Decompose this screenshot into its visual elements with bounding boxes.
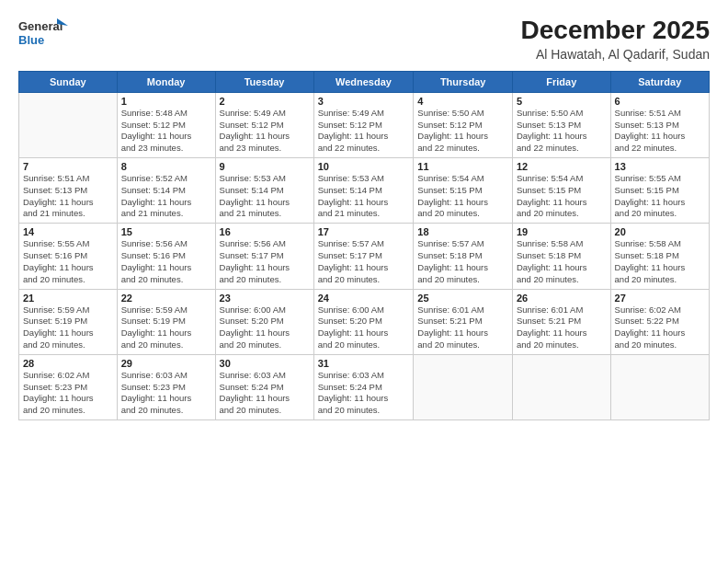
day-number: 1 xyxy=(121,96,211,107)
calendar-cell: 6Sunrise: 5:51 AM Sunset: 5:13 PM Daylig… xyxy=(610,92,709,157)
calendar-cell: 25Sunrise: 6:01 AM Sunset: 5:21 PM Dayli… xyxy=(414,289,513,354)
day-number: 24 xyxy=(318,293,410,304)
calendar-cell: 29Sunrise: 6:03 AM Sunset: 5:23 PM Dayli… xyxy=(117,354,215,419)
day-number: 28 xyxy=(23,358,113,369)
day-detail: Sunrise: 5:52 AM Sunset: 5:14 PM Dayligh… xyxy=(121,173,211,220)
calendar-week-4: 21Sunrise: 5:59 AM Sunset: 5:19 PM Dayli… xyxy=(19,289,710,354)
calendar-cell: 13Sunrise: 5:55 AM Sunset: 5:15 PM Dayli… xyxy=(610,158,709,224)
calendar-cell xyxy=(19,92,118,157)
calendar-cell: 4Sunrise: 5:50 AM Sunset: 5:12 PM Daylig… xyxy=(414,92,513,157)
day-detail: Sunrise: 5:59 AM Sunset: 5:19 PM Dayligh… xyxy=(121,304,211,351)
calendar-cell: 22Sunrise: 5:59 AM Sunset: 5:19 PM Dayli… xyxy=(117,289,215,354)
calendar-cell: 2Sunrise: 5:49 AM Sunset: 5:12 PM Daylig… xyxy=(215,92,313,157)
calendar-cell: 23Sunrise: 6:00 AM Sunset: 5:20 PM Dayli… xyxy=(215,289,313,354)
day-detail: Sunrise: 6:02 AM Sunset: 5:22 PM Dayligh… xyxy=(615,304,705,351)
calendar-cell: 21Sunrise: 5:59 AM Sunset: 5:19 PM Dayli… xyxy=(19,289,118,354)
calendar-header-row: SundayMondayTuesdayWednesdayThursdayFrid… xyxy=(19,71,710,92)
svg-text:Blue: Blue xyxy=(18,33,44,47)
calendar-cell: 24Sunrise: 6:00 AM Sunset: 5:20 PM Dayli… xyxy=(313,289,414,354)
calendar-cell: 8Sunrise: 5:52 AM Sunset: 5:14 PM Daylig… xyxy=(117,158,215,224)
day-number: 21 xyxy=(23,293,113,304)
day-number: 15 xyxy=(121,226,211,237)
calendar-cell: 27Sunrise: 6:02 AM Sunset: 5:22 PM Dayli… xyxy=(610,289,709,354)
day-number: 3 xyxy=(318,96,410,107)
calendar-cell: 19Sunrise: 5:58 AM Sunset: 5:18 PM Dayli… xyxy=(512,224,610,289)
day-detail: Sunrise: 5:54 AM Sunset: 5:15 PM Dayligh… xyxy=(417,173,508,220)
day-number: 18 xyxy=(417,226,508,237)
day-detail: Sunrise: 5:49 AM Sunset: 5:12 PM Dayligh… xyxy=(220,108,310,155)
page: GeneralBlue December 2025 Al Hawatah, Al… xyxy=(0,0,728,563)
day-number: 23 xyxy=(220,293,310,304)
day-number: 13 xyxy=(615,161,705,172)
calendar-cell xyxy=(610,354,709,419)
calendar-header-monday: Monday xyxy=(117,71,215,92)
calendar-header-friday: Friday xyxy=(512,71,610,92)
day-detail: Sunrise: 5:50 AM Sunset: 5:13 PM Dayligh… xyxy=(517,108,607,155)
calendar-cell: 9Sunrise: 5:53 AM Sunset: 5:14 PM Daylig… xyxy=(215,158,313,224)
calendar-cell: 28Sunrise: 6:02 AM Sunset: 5:23 PM Dayli… xyxy=(19,354,118,419)
day-detail: Sunrise: 5:51 AM Sunset: 5:13 PM Dayligh… xyxy=(615,108,705,155)
day-detail: Sunrise: 6:01 AM Sunset: 5:21 PM Dayligh… xyxy=(417,304,508,351)
day-detail: Sunrise: 5:51 AM Sunset: 5:13 PM Dayligh… xyxy=(23,173,113,220)
calendar-cell: 14Sunrise: 5:55 AM Sunset: 5:16 PM Dayli… xyxy=(19,224,118,289)
day-number: 31 xyxy=(318,358,410,369)
calendar-header-saturday: Saturday xyxy=(610,71,709,92)
day-detail: Sunrise: 5:57 AM Sunset: 5:17 PM Dayligh… xyxy=(318,238,410,285)
calendar-cell: 16Sunrise: 5:56 AM Sunset: 5:17 PM Dayli… xyxy=(215,224,313,289)
calendar-cell xyxy=(414,354,513,419)
day-number: 16 xyxy=(220,226,310,237)
calendar-week-2: 7Sunrise: 5:51 AM Sunset: 5:13 PM Daylig… xyxy=(19,158,710,224)
day-number: 8 xyxy=(121,161,211,172)
day-number: 2 xyxy=(220,96,310,107)
logo: GeneralBlue xyxy=(18,17,74,49)
day-detail: Sunrise: 5:57 AM Sunset: 5:18 PM Dayligh… xyxy=(417,238,508,285)
day-detail: Sunrise: 5:55 AM Sunset: 5:16 PM Dayligh… xyxy=(23,238,113,285)
day-number: 29 xyxy=(121,358,211,369)
day-detail: Sunrise: 6:01 AM Sunset: 5:21 PM Dayligh… xyxy=(517,304,607,351)
calendar-header-sunday: Sunday xyxy=(19,71,118,92)
calendar-cell: 7Sunrise: 5:51 AM Sunset: 5:13 PM Daylig… xyxy=(19,158,118,224)
calendar-cell: 20Sunrise: 5:58 AM Sunset: 5:18 PM Dayli… xyxy=(610,224,709,289)
day-detail: Sunrise: 6:02 AM Sunset: 5:23 PM Dayligh… xyxy=(23,370,113,417)
day-detail: Sunrise: 5:56 AM Sunset: 5:16 PM Dayligh… xyxy=(121,238,211,285)
day-number: 17 xyxy=(318,226,410,237)
calendar-cell: 5Sunrise: 5:50 AM Sunset: 5:13 PM Daylig… xyxy=(512,92,610,157)
calendar-cell: 12Sunrise: 5:54 AM Sunset: 5:15 PM Dayli… xyxy=(512,158,610,224)
calendar-table: SundayMondayTuesdayWednesdayThursdayFrid… xyxy=(18,71,710,420)
day-detail: Sunrise: 6:00 AM Sunset: 5:20 PM Dayligh… xyxy=(318,304,410,351)
day-number: 5 xyxy=(517,96,607,107)
calendar-cell: 17Sunrise: 5:57 AM Sunset: 5:17 PM Dayli… xyxy=(313,224,414,289)
day-number: 4 xyxy=(417,96,508,107)
svg-text:General: General xyxy=(18,19,63,33)
day-detail: Sunrise: 5:53 AM Sunset: 5:14 PM Dayligh… xyxy=(220,173,310,220)
day-number: 7 xyxy=(23,161,113,172)
day-number: 9 xyxy=(220,161,310,172)
day-number: 20 xyxy=(615,226,705,237)
day-detail: Sunrise: 6:00 AM Sunset: 5:20 PM Dayligh… xyxy=(220,304,310,351)
day-detail: Sunrise: 5:48 AM Sunset: 5:12 PM Dayligh… xyxy=(121,108,211,155)
day-detail: Sunrise: 5:54 AM Sunset: 5:15 PM Dayligh… xyxy=(517,173,607,220)
logo-svg: GeneralBlue xyxy=(18,17,74,49)
calendar-header-tuesday: Tuesday xyxy=(215,71,313,92)
title-block: December 2025 Al Hawatah, Al Qadarif, Su… xyxy=(521,17,710,62)
calendar-week-5: 28Sunrise: 6:02 AM Sunset: 5:23 PM Dayli… xyxy=(19,354,710,419)
calendar-cell: 3Sunrise: 5:49 AM Sunset: 5:12 PM Daylig… xyxy=(313,92,414,157)
calendar-cell: 18Sunrise: 5:57 AM Sunset: 5:18 PM Dayli… xyxy=(414,224,513,289)
day-detail: Sunrise: 5:58 AM Sunset: 5:18 PM Dayligh… xyxy=(517,238,607,285)
day-number: 14 xyxy=(23,226,113,237)
calendar-week-3: 14Sunrise: 5:55 AM Sunset: 5:16 PM Dayli… xyxy=(19,224,710,289)
calendar-cell: 1Sunrise: 5:48 AM Sunset: 5:12 PM Daylig… xyxy=(117,92,215,157)
day-number: 27 xyxy=(615,293,705,304)
day-detail: Sunrise: 5:49 AM Sunset: 5:12 PM Dayligh… xyxy=(318,108,410,155)
calendar-cell: 30Sunrise: 6:03 AM Sunset: 5:24 PM Dayli… xyxy=(215,354,313,419)
day-detail: Sunrise: 5:53 AM Sunset: 5:14 PM Dayligh… xyxy=(318,173,410,220)
day-number: 19 xyxy=(517,226,607,237)
day-number: 12 xyxy=(517,161,607,172)
day-number: 6 xyxy=(615,96,705,107)
day-number: 22 xyxy=(121,293,211,304)
calendar-cell: 26Sunrise: 6:01 AM Sunset: 5:21 PM Dayli… xyxy=(512,289,610,354)
day-detail: Sunrise: 5:56 AM Sunset: 5:17 PM Dayligh… xyxy=(220,238,310,285)
calendar-week-1: 1Sunrise: 5:48 AM Sunset: 5:12 PM Daylig… xyxy=(19,92,710,157)
calendar-cell: 11Sunrise: 5:54 AM Sunset: 5:15 PM Dayli… xyxy=(414,158,513,224)
calendar-cell: 15Sunrise: 5:56 AM Sunset: 5:16 PM Dayli… xyxy=(117,224,215,289)
